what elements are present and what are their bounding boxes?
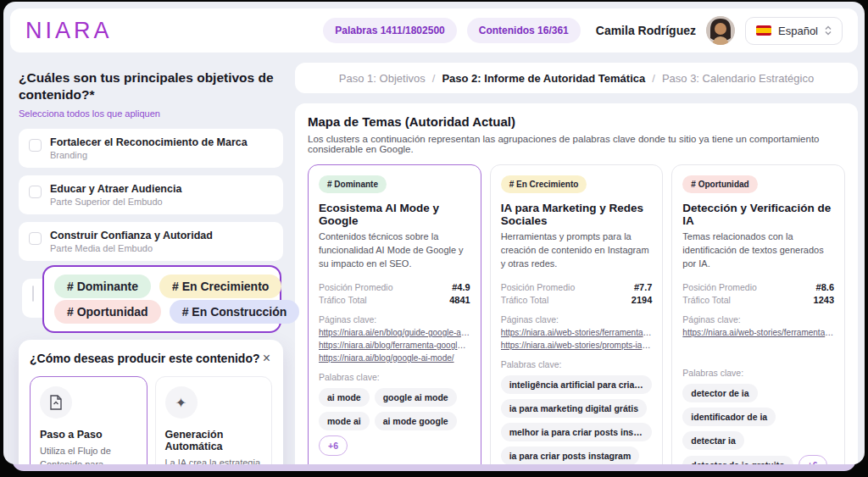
sparkle-icon: ✦ [165, 386, 198, 419]
step-2-active[interactable]: Paso 2: Informe de Autoridad Temática [442, 72, 645, 85]
cluster-card-crecimiento[interactable]: # En Crecimiento IA para Marketing y Red… [490, 164, 664, 464]
document-flow-icon [40, 386, 72, 419]
option-title: Paso a Paso [40, 429, 137, 441]
step-1[interactable]: Paso 1: Objetivos [339, 72, 426, 85]
contents-count-badge: Contenidos 16/361 [467, 18, 581, 43]
cluster-card-dominante[interactable]: # Dominante Ecosistema AI Mode y Google … [308, 164, 481, 464]
traffic-value: 1243 [814, 295, 834, 305]
words-count-badge: Palabras 1411/1802500 [323, 18, 456, 43]
cluster-badge: # Dominante [319, 175, 387, 193]
content: ¿Cuáles son tus principales objetivos de… [10, 63, 858, 464]
checkbox-icon[interactable] [32, 286, 34, 302]
position-value: #8.6 [816, 282, 834, 292]
page-link[interactable]: https://niara.ai/blog/ferramenta-google-… [319, 341, 470, 350]
objective-sublabel: Parte Media del Embudo [50, 243, 213, 253]
keyword-chip: mode ai [319, 412, 370, 430]
option-desc: Utiliza el Flujo de Contenido para confi… [40, 445, 137, 464]
keyword-chip: detector de ia gratuito [682, 456, 793, 464]
main-panel: Paso 1: Objetivos / Paso 2: Informe de A… [295, 63, 858, 464]
objective-sublabel: Branding [50, 150, 248, 160]
page-link[interactable]: https://niara.ai/blog/google-ai-mode/ [319, 353, 470, 363]
traffic-value: 2194 [632, 295, 652, 305]
clusters: # Dominante Ecosistema AI Mode y Google … [308, 164, 845, 464]
step-separator: / [652, 72, 655, 85]
step-3[interactable]: Paso 3: Calendario Estratégico [662, 72, 814, 85]
cluster-title: Ecosistema AI Mode y Google [319, 202, 470, 227]
option-title: Generación Automática [165, 429, 263, 452]
option-desc: La IA crea la estrategia y el artículo f… [165, 457, 263, 464]
header-right: Palabras 1411/1802500 Contenidos 16/361 … [323, 16, 843, 45]
option-generacion-automatica[interactable]: ✦ Generación Automática La IA crea la es… [155, 376, 273, 464]
checkbox-icon[interactable] [29, 139, 42, 152]
objective-label: Educar y Atraer Audiencia [50, 183, 181, 195]
niara-logo: NIARA [25, 18, 113, 44]
map-subtitle: Los clusters a continuación representan … [308, 134, 845, 154]
tag-oportunidad[interactable]: # Oportunidad [54, 300, 161, 324]
position-label: Posición Promedio [501, 282, 576, 292]
spain-flag-icon [756, 25, 771, 36]
map-title: Mapa de Temas (Autoridad Actual) [308, 114, 845, 129]
cluster-desc: Temas relacionados con la identificación… [682, 230, 834, 271]
keyword-chip: inteligência artificial para criar posts… [501, 375, 653, 394]
keyword-chip: ai mode google [375, 412, 457, 430]
pages-label: Páginas clave: [319, 314, 470, 324]
objective-label: Fortalecer el Reconocimiento de Marca [50, 136, 248, 148]
overlap-zone: # Dominante # En Crecimiento # Oportunid… [19, 269, 283, 326]
tag-dominante[interactable]: # Dominante [54, 275, 151, 298]
traffic-label: Tráfico Total [319, 295, 367, 305]
more-keywords-chip[interactable]: +6 [798, 455, 827, 464]
language-selector[interactable]: Español [745, 17, 843, 45]
page-link[interactable]: https://niara.ai/web-stories/prompts-ia-… [501, 341, 653, 350]
more-keywords-chip[interactable]: +6 [319, 435, 348, 456]
avatar[interactable] [706, 16, 735, 45]
app-window: NIARA Palabras 1411/1802500 Contenidos 1… [3, 2, 865, 464]
pages-label: Páginas clave: [682, 314, 834, 324]
objective-item-confianza[interactable]: Construir Confianza y Autoridad Parte Me… [19, 222, 283, 261]
objective-item-branding[interactable]: Fortalecer el Reconocimiento de Marca Br… [19, 129, 283, 168]
tag-en-construccion[interactable]: # En Construcción [170, 300, 300, 324]
cluster-badge: # En Crecimiento [501, 175, 587, 193]
traffic-value: 4841 [449, 295, 470, 305]
close-icon[interactable]: × [261, 351, 272, 366]
position-label: Posición Promedio [319, 282, 393, 292]
checkbox-icon[interactable] [29, 232, 42, 245]
avatar-image [706, 16, 735, 45]
traffic-label: Tráfico Total [682, 295, 731, 305]
position-label: Posición Promedio [682, 282, 757, 292]
objectives-subtitle: Selecciona todos los que apliquen [19, 108, 283, 119]
keyword-chip: melhor ia para criar posts instagram [501, 423, 653, 441]
cluster-title: Detección y Verificación de IA [682, 202, 834, 227]
objective-item-educar[interactable]: Educar y Atraer Audiencia Parte Superior… [19, 175, 283, 214]
step-separator: / [432, 72, 436, 85]
cluster-desc: Contenidos técnicos sobre la funcionalid… [319, 230, 470, 271]
tag-en-crecimiento[interactable]: # En Crecimiento [159, 275, 281, 298]
cluster-desc: Herramientas y prompts para la creación … [501, 230, 653, 271]
cluster-title: IA para Marketing y Redes Sociales [501, 202, 653, 227]
page-link[interactable]: https://niara.ai/web-stories/ferramenta-… [682, 328, 834, 337]
option-paso-a-paso[interactable]: Paso a Paso Utiliza el Flujo de Contenid… [30, 376, 147, 464]
authority-tags-panel: # Dominante # En Crecimiento # Oportunid… [42, 265, 281, 333]
chevron-updown-icon [825, 25, 832, 36]
page-link[interactable]: https://niara.ai/web-stories/ferramenta-… [501, 328, 653, 337]
steps-breadcrumb: Paso 1: Objetivos / Paso 2: Informe de A… [295, 63, 858, 93]
topic-map-card: Mapa de Temas (Autoridad Actual) Los clu… [295, 103, 858, 464]
cluster-card-oportunidad[interactable]: # Oportunidad Detección y Verificación d… [671, 164, 845, 464]
keyword-chip: ia para criar posts instagram [501, 446, 640, 464]
cluster-badge: # Oportunidad [682, 175, 757, 193]
producer-title: ¿Cómo deseas producir este contenido? [30, 352, 260, 365]
page-link[interactable]: https://niara.ai/en/blog/guide-google-ai… [319, 328, 470, 337]
keyword-chip: ai mode [319, 388, 370, 407]
objective-sublabel: Parte Superior del Embudo [50, 197, 181, 207]
objective-label: Construir Confianza y Autoridad [50, 230, 213, 241]
position-value: #7.7 [634, 282, 652, 292]
checkbox-icon[interactable] [29, 186, 42, 198]
keywords-label: Palabras clave: [319, 372, 470, 382]
header: NIARA Palabras 1411/1802500 Contenidos 1… [10, 8, 858, 53]
keyword-chip: detector de ia [682, 384, 757, 402]
objectives-title: ¿Cuáles son tus principales objetivos de… [19, 69, 283, 103]
screen: NIARA Palabras 1411/1802500 Contenidos 1… [0, 0, 868, 477]
keywords-label: Palabras clave: [682, 368, 834, 378]
pages-label: Páginas clave: [501, 314, 653, 324]
position-value: #4.9 [452, 282, 470, 292]
keyword-chip: identificador de ia [682, 408, 776, 426]
